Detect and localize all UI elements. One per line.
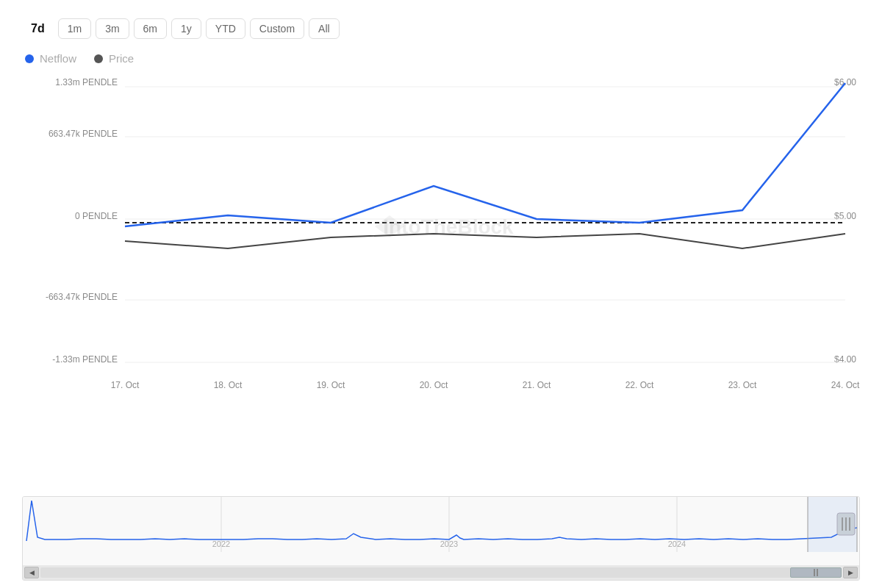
x-label-0: 17. Oct [111,380,140,390]
time-btn-6m[interactable]: 6m [134,18,167,39]
netflow-line [125,83,845,226]
y-label-top: 1.33m PENDLE [55,77,118,87]
y-label-zero: 0 PENDLE [75,211,118,221]
nav-year-2022: 2022 [212,539,230,548]
y-label-lower: -663.47k PENDLE [46,292,118,302]
time-btn-1y[interactable]: 1y [171,18,201,39]
main-chart-svg: 1.33m PENDLE 663.47k PENDLE 0 PENDLE -66… [22,72,860,432]
y-right-top: $6.00 [834,77,856,87]
price-line [125,234,845,248]
netflow-label: Netflow [40,52,76,65]
nav-scrollbar: ◀ ▶ [23,565,859,580]
legend-price: Price [94,52,134,65]
legend-netflow: Netflow [25,52,76,65]
x-label-1: 18. Oct [214,380,243,390]
time-range-bar: 7d1m3m6m1yYTDCustomAll [22,18,860,39]
netflow-dot [25,54,34,63]
page-container: 7d1m3m6m1yYTDCustomAll Netflow Price 1.3… [0,0,882,588]
navigator-svg: 2022 2023 2024 [23,497,860,567]
scroll-thumb[interactable] [790,567,842,578]
y-right-bot: $4.00 [834,354,856,365]
scroll-right-button[interactable]: ▶ [843,567,858,578]
time-btn-all[interactable]: All [309,18,340,39]
x-label-4: 21. Oct [523,380,551,390]
x-label-3: 20. Oct [420,380,448,390]
chart-legend: Netflow Price [22,52,860,65]
navigator: 2022 2023 2024 ◀ ▶ [22,496,860,581]
nav-year-2023: 2023 [440,539,458,548]
nav-year-2024: 2024 [668,539,686,548]
scroll-thumb-handle [814,569,818,576]
y-right-mid: $5.00 [834,211,856,221]
time-btn-custom[interactable]: Custom [250,18,304,39]
x-label-2: 19. Oct [317,380,345,390]
x-label-6: 23. Oct [728,380,757,390]
y-label-bottom: -1.33m PENDLE [52,354,118,365]
y-label-upper: 663.47k PENDLE [49,129,118,139]
x-label-7: 24. Oct [831,380,860,390]
time-btn-ytd[interactable]: YTD [206,18,245,39]
scroll-left-button[interactable]: ◀ [24,567,39,578]
time-btn-7d[interactable]: 7d [22,18,54,39]
price-dot [94,54,103,63]
time-btn-3m[interactable]: 3m [96,18,129,39]
scroll-track [40,567,842,578]
main-chart: 1.33m PENDLE 663.47k PENDLE 0 PENDLE -66… [22,72,860,493]
x-label-5: 22. Oct [625,380,654,390]
time-btn-1m[interactable]: 1m [58,18,91,39]
price-label: Price [109,52,134,65]
nav-bg [23,497,860,567]
